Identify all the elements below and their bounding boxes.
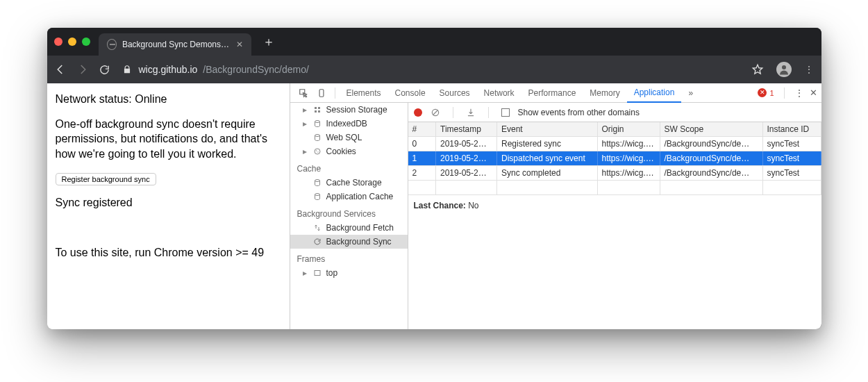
sync-events-table: # Timestamp Event Origin SW Scope Instan… — [408, 122, 821, 195]
svg-point-9 — [315, 150, 316, 151]
devtools-tab-performance[interactable]: Performance — [521, 83, 583, 103]
chrome-menu-icon[interactable]: ⋮ — [804, 64, 815, 75]
close-devtools-icon[interactable]: ✕ — [810, 88, 817, 98]
database-icon — [312, 192, 322, 201]
table-row — [408, 181, 821, 195]
page-content: Network status: Online One-off backgroun… — [47, 83, 290, 329]
bookmark-icon[interactable] — [751, 63, 764, 76]
svg-rect-13 — [315, 271, 320, 276]
sidebar-item-session-storage[interactable]: ▸Session Storage — [290, 103, 408, 117]
svg-rect-3 — [318, 107, 320, 109]
devtools-tab-console[interactable]: Console — [388, 83, 433, 103]
sidebar-item-indexeddb[interactable]: ▸IndexedDB — [290, 117, 408, 131]
sidebar-item-label: Background Sync — [326, 237, 392, 247]
svg-rect-2 — [315, 107, 317, 109]
new-tab-button[interactable]: ＋ — [262, 33, 275, 50]
zoom-window-button[interactable] — [82, 38, 90, 46]
macos-traffic-lights — [54, 38, 90, 46]
sidebar-item-label: Cache Storage — [326, 178, 382, 188]
close-tab-icon[interactable]: ✕ — [236, 40, 243, 49]
col-event[interactable]: Event — [497, 122, 598, 137]
storage-icon — [312, 105, 322, 115]
devtools-settings-icon[interactable]: ⋮ — [794, 88, 804, 99]
col-instanceid[interactable]: Instance ID — [762, 122, 821, 137]
sidebar-item-cookies[interactable]: ▸Cookies — [290, 144, 408, 158]
address-bar[interactable]: wicg.github.io/BackgroundSync/demo/ — [121, 63, 309, 76]
devtools-tab-memory[interactable]: Memory — [583, 83, 626, 103]
lock-icon — [121, 63, 133, 76]
svg-rect-4 — [315, 110, 317, 113]
svg-point-7 — [315, 135, 319, 137]
sidebar-item-label: Session Storage — [326, 105, 387, 115]
database-icon — [312, 119, 322, 128]
col-origin[interactable]: Origin — [597, 122, 660, 137]
col-index[interactable]: # — [408, 122, 436, 137]
application-sidebar: ▸Session Storage ▸IndexedDB Web SQL ▸Coo… — [290, 103, 408, 329]
show-other-domains-checkbox[interactable] — [501, 108, 510, 117]
reload-icon[interactable] — [99, 63, 111, 76]
svg-line-15 — [433, 110, 437, 115]
network-status-value: Online — [135, 93, 167, 105]
error-icon: ✕ — [758, 88, 767, 97]
sidebar-item-label: IndexedDB — [326, 119, 367, 128]
sidebar-heading-bg: Background Services — [290, 204, 408, 221]
devtools-tab-network[interactable]: Network — [477, 83, 521, 103]
devtools-tab-elements[interactable]: Elements — [340, 83, 388, 103]
content-area: Network status: Online One-off backgroun… — [47, 83, 821, 329]
minimize-window-button[interactable] — [68, 38, 76, 46]
device-toggle-icon[interactable] — [312, 88, 331, 98]
close-window-button[interactable] — [54, 38, 62, 46]
sidebar-heading-cache: Cache — [290, 158, 408, 176]
transfer-icon — [312, 223, 322, 233]
sync-status: Sync registered — [56, 195, 281, 210]
sidebar-item-websql[interactable]: Web SQL — [290, 131, 408, 144]
url-path: /BackgroundSync/demo/ — [203, 64, 309, 75]
devtools-panel: Elements Console Sources Network Perform… — [290, 83, 821, 329]
event-detail: Last Chance: No — [408, 195, 821, 216]
inspect-element-icon[interactable] — [294, 88, 312, 98]
devtools-tab-sources[interactable]: Sources — [433, 83, 477, 103]
sidebar-item-label: Application Cache — [326, 192, 394, 201]
clear-icon[interactable] — [431, 108, 440, 117]
table-row[interactable]: 12019-05-2…Dispatched sync eventhttps://… — [408, 151, 821, 166]
back-icon[interactable] — [54, 63, 67, 76]
show-other-domains-label: Show events from other domains — [518, 108, 640, 117]
download-icon[interactable] — [466, 108, 476, 117]
col-swscope[interactable]: SW Scope — [660, 122, 762, 137]
tab-title: Background Sync Demonstration — [122, 40, 231, 49]
table-row[interactable]: 22019-05-2…Sync completedhttps://wicg.…/… — [408, 166, 821, 181]
cookie-icon — [312, 147, 322, 156]
sidebar-item-background-sync[interactable]: Background Sync — [290, 235, 408, 249]
forward-icon[interactable] — [76, 63, 89, 76]
sidebar-item-cache-storage[interactable]: Cache Storage — [290, 176, 408, 190]
database-icon — [312, 178, 322, 188]
detail-value: No — [468, 201, 478, 210]
table-row[interactable]: 02019-05-2…Registered synchttps://wicg.…… — [408, 137, 821, 151]
sidebar-item-frame-top[interactable]: ▸top — [290, 266, 408, 280]
database-icon — [312, 133, 322, 142]
error-count-badge[interactable]: ✕ 1 — [758, 88, 774, 97]
sidebar-item-label: Cookies — [326, 147, 356, 156]
bgsync-toolbar: Show events from other domains — [408, 103, 821, 122]
network-status-label: Network status: — [56, 93, 135, 105]
devtools-more-tabs-icon[interactable]: » — [681, 83, 700, 103]
col-timestamp[interactable]: Timestamp — [436, 122, 497, 137]
address-bar-row: wicg.github.io/BackgroundSync/demo/ ⋮ — [47, 56, 821, 83]
svg-point-11 — [315, 180, 319, 182]
svg-point-0 — [782, 65, 786, 69]
profile-avatar-icon[interactable] — [776, 62, 792, 77]
sidebar-item-application-cache[interactable]: Application Cache — [290, 190, 408, 204]
error-count: 1 — [769, 89, 774, 97]
page-footer: To use this site, run Chrome version >= … — [56, 245, 281, 260]
frame-icon — [312, 268, 322, 278]
svg-point-10 — [317, 151, 318, 152]
devtools-tab-application[interactable]: Application — [627, 83, 682, 103]
browser-window: Background Sync Demonstration ✕ ＋ wicg.g… — [47, 28, 821, 329]
detail-label: Last Chance: — [414, 201, 466, 210]
record-button[interactable] — [414, 108, 422, 117]
register-sync-button[interactable]: Register background sync — [56, 173, 156, 185]
sidebar-item-label: Background Fetch — [326, 223, 394, 233]
sidebar-item-label: Web SQL — [326, 133, 362, 142]
browser-tab[interactable]: Background Sync Demonstration ✕ — [99, 33, 251, 56]
sidebar-item-background-fetch[interactable]: Background Fetch — [290, 221, 408, 235]
